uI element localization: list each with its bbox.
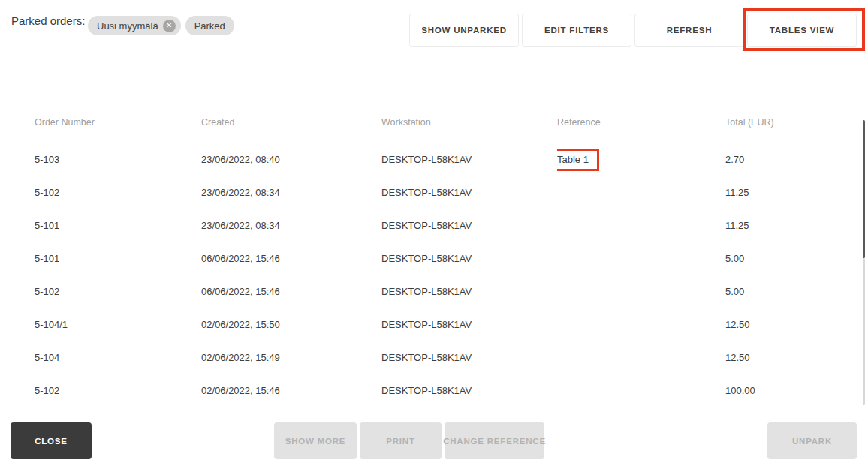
toolbar: SHOW UNPARKED EDIT FILTERS REFRESH TABLE…: [409, 14, 857, 47]
filter-chip-label: Uusi myymälä: [97, 20, 158, 32]
table-cell: 5-103: [35, 154, 201, 165]
table-cell: DESKTOP-L58K1AV: [381, 154, 557, 165]
table-row[interactable]: 5-101 23/06/2022, 08:34 DESKTOP-L58K1AV …: [11, 209, 861, 242]
table-cell: 02/06/2022, 15:46: [201, 385, 381, 396]
show-more-button[interactable]: SHOW MORE: [274, 422, 357, 459]
column-reference: Reference: [557, 117, 725, 128]
table-row[interactable]: 5-101 06/06/2022, 15:46 DESKTOP-L58K1AV …: [11, 242, 861, 275]
table-cell: DESKTOP-L58K1AV: [381, 253, 557, 264]
table-cell: 5-101: [35, 220, 201, 231]
filter-chip-label: Parked: [194, 20, 225, 32]
table-cell: 5-104: [35, 352, 201, 363]
close-icon[interactable]: ✕: [163, 20, 176, 32]
parked-orders-dialog: Parked orders: Uusi myymälä ✕ Parked SHO…: [0, 0, 868, 472]
table-row[interactable]: 5-103 23/06/2022, 08:40 DESKTOP-L58K1AV …: [11, 143, 861, 176]
table-cell: 12.50: [725, 319, 861, 330]
table-cell: 23/06/2022, 08:40: [201, 154, 381, 165]
change-reference-button[interactable]: CHANGE REFERENCE: [445, 422, 544, 459]
table-cell: DESKTOP-L58K1AV: [381, 286, 557, 297]
table-cell: DESKTOP-L58K1AV: [381, 385, 557, 396]
column-total: Total (EUR): [725, 117, 861, 128]
print-button[interactable]: PRINT: [360, 422, 442, 459]
table-cell: 100.00: [725, 385, 861, 396]
table-cell: 5.00: [725, 286, 861, 297]
filter-chip-store[interactable]: Uusi myymälä ✕: [88, 16, 181, 35]
unpark-button[interactable]: UNPARK: [767, 422, 857, 459]
column-created: Created: [201, 117, 381, 128]
column-order-number: Order Number: [35, 117, 201, 128]
table-cell: 02/06/2022, 15:50: [201, 319, 381, 330]
scrollbar-track[interactable]: [863, 258, 865, 405]
table-cell: DESKTOP-L58K1AV: [381, 187, 557, 198]
table-cell: 06/06/2022, 15:46: [201, 253, 381, 264]
table-cell: 5-104/1: [35, 319, 201, 330]
table-header: Order Number Created Workstation Referen…: [11, 113, 861, 132]
table-cell: DESKTOP-L58K1AV: [381, 352, 557, 363]
parked-orders-label: Parked orders:: [11, 14, 85, 27]
table-cell: 5-102: [35, 385, 201, 396]
table-cell: 02/06/2022, 15:49: [201, 352, 381, 363]
table-cell: 5-102: [35, 286, 201, 297]
table-cell: 06/06/2022, 15:46: [201, 286, 381, 297]
table-cell: 5-101: [35, 253, 201, 264]
table-row[interactable]: 5-102 23/06/2022, 08:34 DESKTOP-L58K1AV …: [11, 176, 861, 209]
tables-view-button[interactable]: TABLES VIEW: [747, 14, 857, 47]
table-cell: 23/06/2022, 08:34: [201, 220, 381, 231]
table-row[interactable]: 5-104 02/06/2022, 15:49 DESKTOP-L58K1AV …: [11, 341, 861, 374]
table-cell: Table 1: [557, 149, 725, 171]
table-cell: 5-102: [35, 187, 201, 198]
table-cell: 11.25: [725, 220, 861, 231]
column-workstation: Workstation: [381, 117, 557, 128]
table-row[interactable]: 5-102 06/06/2022, 15:46 DESKTOP-L58K1AV …: [11, 275, 861, 308]
table-cell: 12.50: [725, 352, 861, 363]
table-body: 5-103 23/06/2022, 08:40 DESKTOP-L58K1AV …: [11, 143, 861, 407]
filter-chips: Uusi myymälä ✕ Parked: [88, 16, 234, 35]
show-unparked-button[interactable]: SHOW UNPARKED: [409, 14, 519, 47]
table-row[interactable]: 5-104/1 02/06/2022, 15:50 DESKTOP-L58K1A…: [11, 308, 861, 341]
table-cell: 5.00: [725, 253, 861, 264]
close-button[interactable]: CLOSE: [11, 422, 92, 459]
table-cell: DESKTOP-L58K1AV: [381, 220, 557, 231]
table-cell: DESKTOP-L58K1AV: [381, 319, 557, 330]
scrollbar-thumb[interactable]: [863, 120, 865, 258]
filter-chip-parked[interactable]: Parked: [185, 16, 234, 35]
edit-filters-button[interactable]: EDIT FILTERS: [522, 14, 631, 47]
table-row[interactable]: 5-102 02/06/2022, 15:46 DESKTOP-L58K1AV …: [11, 374, 861, 407]
refresh-button[interactable]: REFRESH: [634, 14, 744, 47]
table-cell: 2.70: [725, 154, 861, 165]
table-cell: 11.25: [725, 187, 861, 198]
table-cell: 23/06/2022, 08:34: [201, 187, 381, 198]
